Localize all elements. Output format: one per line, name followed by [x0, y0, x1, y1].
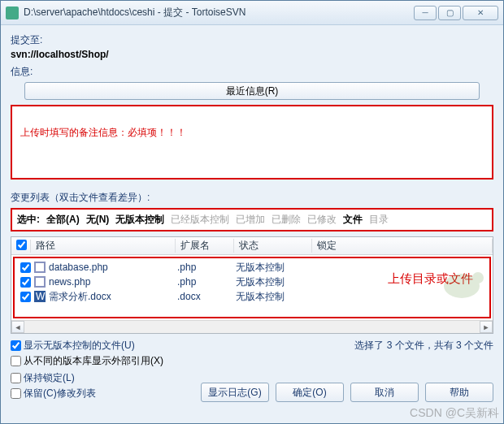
window-title: D:\server\apache\htdocs\ceshi - 提交 - Tor…	[24, 6, 414, 19]
row-checkbox[interactable]	[16, 292, 34, 302]
message-annotation: 上传时填写的备注信息：必填项！！！	[20, 127, 186, 138]
file-icon	[34, 262, 47, 273]
commit-message-box[interactable]: 上传时填写的备注信息：必填项！！！	[11, 105, 493, 180]
info-row: 显示无版本控制的文件(U) 选择了 3 个文件，共有 3 个文件	[11, 339, 493, 353]
dialog-content: 提交至: svn://localhost/Shop/ 信息: 最近信息(R) 上…	[1, 25, 503, 423]
filter-bar: 选中: 全部(A) 无(N) 无版本控制 已经版本控制 已增加 已删除 已修改 …	[11, 208, 493, 231]
row-ext: .php	[177, 262, 236, 273]
ok-button[interactable]: 确定(O)	[276, 383, 344, 402]
row-status: 无版本控制	[236, 261, 314, 275]
recent-messages-button[interactable]: 最近信息(R)	[24, 82, 480, 100]
file-list: 路径 扩展名 状态 锁定 database.php.php无版本控制news.p…	[11, 236, 493, 334]
filter-versioned[interactable]: 已经版本控制	[171, 213, 229, 227]
col-check[interactable]	[11, 240, 31, 253]
close-button[interactable]: ✕	[463, 6, 498, 20]
svg-text:W: W	[36, 291, 46, 302]
svg-point-7	[472, 272, 484, 283]
file-icon	[34, 276, 47, 288]
button-row: 保持锁定(L) 保留(C)修改列表 显示日志(G) 确定(O) 取消 帮助	[11, 371, 493, 402]
keep-lock-checkbox[interactable]: 保持锁定(L)	[11, 371, 96, 385]
filter-dirs[interactable]: 目录	[369, 213, 389, 227]
select-all-checkbox[interactable]	[16, 240, 27, 250]
filter-modified[interactable]: 已修改	[307, 213, 337, 227]
show-externals-checkbox[interactable]: 从不同的版本库显示外部引用(X)	[11, 354, 493, 368]
commit-to-label: 提交至:	[11, 33, 493, 47]
minimize-button[interactable]: ─	[414, 6, 437, 20]
filter-deleted[interactable]: 已删除	[272, 213, 301, 227]
svg-rect-3	[36, 278, 44, 286]
filter-none[interactable]: 无(N)	[86, 213, 110, 227]
row-path: W需求分析.docx	[34, 290, 177, 304]
app-icon	[6, 6, 19, 19]
help-button[interactable]: 帮助	[425, 383, 493, 402]
col-ext[interactable]: 扩展名	[176, 239, 234, 253]
commit-dialog: D:\server\apache\htdocs\ceshi - 提交 - Tor…	[0, 0, 504, 424]
filter-files[interactable]: 文件	[343, 213, 363, 227]
row-checkbox[interactable]	[16, 262, 34, 273]
tortoise-watermark-icon	[437, 262, 486, 302]
col-status[interactable]: 状态	[234, 239, 312, 253]
csdn-watermark: CSDN @C吴新科	[410, 406, 499, 421]
filter-unversioned[interactable]: 无版本控制	[115, 213, 164, 227]
showlog-button[interactable]: 显示日志(G)	[201, 383, 269, 402]
titlebar[interactable]: D:\server\apache\htdocs\ceshi - 提交 - Tor…	[1, 1, 503, 25]
filter-selected-label: 选中:	[17, 213, 40, 227]
row-ext: .php	[177, 276, 236, 288]
changelist-label: 变更列表（双击文件查看差异）:	[11, 191, 493, 205]
selection-status: 选择了 3 个文件，共有 3 个文件	[354, 339, 493, 353]
cancel-button[interactable]: 取消	[350, 383, 419, 402]
table-header: 路径 扩展名 状态 锁定	[11, 237, 493, 255]
info-label: 信息:	[11, 65, 493, 79]
row-path: database.php	[34, 262, 177, 273]
file-icon: W	[34, 291, 47, 302]
filter-all[interactable]: 全部(A)	[46, 213, 80, 227]
keep-changelist-checkbox[interactable]: 保留(C)修改列表	[11, 387, 96, 400]
scroll-left-icon[interactable]: ◄	[11, 321, 24, 333]
filter-added[interactable]: 已增加	[236, 213, 265, 227]
row-status: 无版本控制	[236, 290, 314, 304]
col-path[interactable]: 路径	[31, 239, 176, 253]
row-checkbox[interactable]	[16, 277, 34, 288]
scroll-right-icon[interactable]: ►	[480, 321, 493, 333]
file-rows-box: database.php.php无版本控制news.php.php无版本控制W需…	[13, 257, 491, 318]
col-lock[interactable]: 锁定	[312, 239, 493, 253]
horizontal-scrollbar[interactable]: ◄ ►	[11, 320, 493, 333]
show-unversioned-checkbox[interactable]: 显示无版本控制的文件(U)	[11, 339, 135, 353]
maximize-button[interactable]: ▢	[438, 6, 461, 20]
commit-url: svn://localhost/Shop/	[11, 49, 493, 60]
row-path: news.php	[34, 276, 177, 288]
row-ext: .docx	[177, 291, 236, 302]
svg-rect-1	[36, 263, 44, 271]
row-status: 无版本控制	[236, 275, 314, 289]
window-controls: ─ ▢ ✕	[414, 6, 498, 20]
table-row[interactable]: W需求分析.docx.docx无版本控制	[16, 289, 488, 304]
